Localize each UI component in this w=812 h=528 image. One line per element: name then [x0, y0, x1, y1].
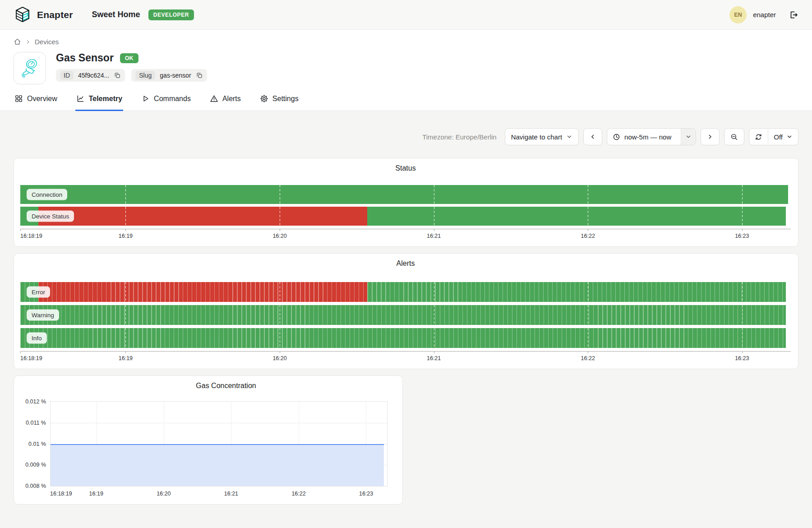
- home-icon[interactable]: [14, 38, 21, 46]
- chevron-down-icon: [685, 134, 692, 140]
- gridline: [742, 207, 743, 226]
- tab-label: Telemetry: [89, 95, 122, 103]
- gridline: [588, 185, 588, 204]
- tab-overview[interactable]: Overview: [14, 94, 58, 111]
- tab-commands[interactable]: Commands: [140, 94, 192, 111]
- time-shift-forward-button[interactable]: [701, 128, 720, 145]
- refresh-button[interactable]: [749, 129, 768, 145]
- chart-title-alerts: Alerts: [20, 259, 791, 268]
- copy-id-button[interactable]: [114, 72, 121, 79]
- tab-telemetry[interactable]: Telemetry: [75, 94, 123, 111]
- tab-label: Settings: [272, 95, 299, 103]
- copy-slug-button[interactable]: [196, 72, 203, 79]
- timeline-row-device-status: Device Status: [20, 207, 791, 226]
- device-tabs: OverviewTelemetryCommandsAlertsSettings: [0, 94, 812, 111]
- x-tick-label: 16:21: [224, 491, 238, 497]
- gridline: [125, 305, 126, 325]
- zoom-out-button[interactable]: [724, 128, 744, 145]
- device-title: Gas Sensor: [56, 52, 114, 64]
- x-tick-label: 16:18:19: [50, 491, 72, 497]
- x-axis: 16:18:1916:1916:2016:2116:2216:23: [20, 229, 791, 242]
- alerts-chart-panel: Alerts ErrorWarningInfo16:18:1916:1916:2…: [14, 253, 798, 369]
- alert-triangle-icon: [210, 94, 218, 103]
- x-axis: 16:18:1916:1916:2016:2116:2216:23: [50, 486, 388, 499]
- x-tick-label: 16:23: [359, 491, 373, 497]
- time-range-dropdown[interactable]: [681, 129, 696, 145]
- x-tick-label: 16:23: [735, 355, 749, 361]
- enapter-logo[interactable]: Enapter: [14, 6, 73, 24]
- x-tick-label: 16:22: [581, 355, 595, 361]
- gas-sensor-icon: [18, 56, 42, 80]
- copy-icon: [196, 72, 203, 79]
- time-shift-back-button[interactable]: [583, 128, 602, 145]
- logout-icon: [789, 10, 798, 20]
- device-icon-card: [14, 52, 46, 84]
- navigate-to-chart-button[interactable]: Navigate to chart: [505, 128, 579, 145]
- telemetry-page: Timezone: Europe/Berlin Navigate to char…: [0, 128, 812, 505]
- x-tick-label: 16:20: [272, 233, 286, 239]
- chevron-right-icon: [25, 39, 31, 45]
- gridline: [280, 328, 280, 348]
- gridline: [125, 185, 126, 204]
- chart-title-gas: Gas Concentration: [50, 382, 402, 390]
- chevron-down-icon: [786, 134, 793, 140]
- username[interactable]: enapter: [753, 11, 776, 19]
- tab-settings[interactable]: Settings: [259, 94, 300, 111]
- refresh-icon: [755, 133, 762, 141]
- x-axis: 16:18:1916:1916:2016:2116:2216:23: [20, 351, 791, 365]
- device-status-badge: OK: [120, 53, 138, 63]
- gridline: [280, 207, 280, 226]
- axis-tick: [125, 352, 126, 353]
- grid-icon: [14, 94, 23, 103]
- device-id-value: 45f9c624...: [78, 72, 109, 79]
- breadcrumb-devices[interactable]: Devices: [35, 38, 59, 46]
- axis-tick: [20, 229, 21, 231]
- gridline: [280, 185, 280, 204]
- chart-line-icon: [76, 94, 85, 103]
- gridline: [588, 282, 588, 302]
- gridline: [434, 282, 434, 302]
- tab-alerts[interactable]: Alerts: [209, 94, 242, 111]
- timeline-row-info: Info: [20, 328, 791, 348]
- area-chart: 0.012 %0.011 %0.01 %0.009 %0.008 %16:18:…: [50, 401, 388, 499]
- axis-tick: [280, 352, 280, 353]
- gridline: [588, 207, 588, 226]
- chart-title-status: Status: [20, 164, 791, 172]
- axis-tick: [434, 229, 434, 231]
- x-tick-label: 16:20: [157, 491, 171, 497]
- gridline: [434, 305, 434, 325]
- y-tick-label: 0.012 %: [16, 398, 46, 405]
- axis-tick: [20, 352, 21, 353]
- tab-label: Overview: [27, 95, 57, 103]
- app-header: Enapter Sweet Home DEVELOPER EN enapter: [0, 0, 812, 30]
- gas-concentration-panel: Gas Concentration 0.012 %0.011 %0.01 %0.…: [14, 375, 403, 505]
- row-label: Connection: [27, 189, 67, 200]
- alerts-timeline-chart[interactable]: ErrorWarningInfo16:18:1916:1916:2016:211…: [20, 282, 791, 365]
- axis-tick: [588, 229, 588, 231]
- axis-tick: [742, 229, 743, 231]
- timeline-segment-ok: [20, 185, 788, 204]
- device-slug-value: gas-sensor: [160, 72, 191, 79]
- device-header: Gas Sensor OK ID 45f9c624... Slug gas-se…: [0, 46, 812, 84]
- user-avatar[interactable]: EN: [729, 6, 747, 23]
- plot-area[interactable]: 0.012 %0.011 %0.01 %0.009 %0.008 %: [50, 401, 388, 486]
- axis-tick: [434, 352, 434, 353]
- device-id-chip: ID 45f9c624...: [56, 69, 125, 82]
- chevron-left-icon: [590, 134, 596, 140]
- developer-badge: DEVELOPER: [148, 9, 194, 20]
- y-tick-label: 0.01 %: [16, 441, 46, 447]
- gas-concentration-chart[interactable]: 0.012 %0.011 %0.01 %0.009 %0.008 %16:18:…: [20, 401, 395, 499]
- series-area: [51, 444, 384, 486]
- gridline: [742, 185, 743, 204]
- status-timeline-chart[interactable]: ConnectionDevice Status16:18:1916:1916:2…: [20, 185, 791, 242]
- zoom-out-icon: [730, 133, 738, 141]
- auto-refresh-interval-button[interactable]: Off: [768, 129, 798, 145]
- enapter-cube-icon: [14, 6, 32, 24]
- logout-button[interactable]: [789, 10, 798, 20]
- gridline: [434, 185, 434, 204]
- tab-label: Commands: [154, 95, 191, 103]
- timeline-row-connection: Connection: [20, 185, 791, 204]
- status-chart-panel: Status ConnectionDevice Status16:18:1916…: [14, 158, 798, 247]
- time-range-button[interactable]: now-5m — now: [607, 128, 696, 145]
- x-tick-label: 16:21: [427, 233, 441, 239]
